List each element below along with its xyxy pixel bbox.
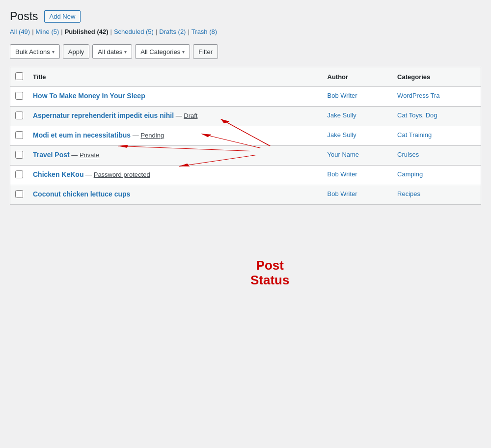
post-author-cell: Jake Sully bbox=[323, 126, 393, 146]
post-status-badge: Password protected bbox=[94, 171, 150, 178]
author-link[interactable]: Your Name bbox=[327, 151, 359, 158]
post-category-cell: Recipes bbox=[392, 185, 481, 205]
author-link[interactable]: Jake Sully bbox=[327, 112, 356, 119]
table-row: Aspernatur reprehenderit impedit eius ni… bbox=[10, 107, 481, 126]
row-checkbox-cell bbox=[10, 146, 28, 166]
bulk-actions-dropdown[interactable]: Bulk Actions ▾ bbox=[10, 44, 60, 59]
apply-button[interactable]: Apply bbox=[63, 44, 90, 59]
row-checkbox-cell bbox=[10, 87, 28, 107]
post-title-link[interactable]: Modi et eum in necessitatibus bbox=[33, 131, 131, 139]
row-checkbox-cell bbox=[10, 166, 28, 185]
post-author-cell: Bob Writer bbox=[323, 185, 393, 205]
category-link[interactable]: WordPress Tra bbox=[397, 92, 439, 99]
row-checkbox-cell bbox=[10, 185, 28, 205]
row-checkbox[interactable] bbox=[15, 190, 23, 198]
category-link[interactable]: Recipes bbox=[397, 190, 420, 197]
post-category-cell: Cat Training bbox=[392, 126, 481, 146]
posts-table: Title Author Categories How To Make Mone… bbox=[10, 67, 481, 205]
add-new-button[interactable]: Add New bbox=[44, 10, 81, 23]
categories-column-header: Categories bbox=[392, 67, 481, 87]
page-title: Posts bbox=[10, 10, 38, 23]
categories-chevron-icon: ▾ bbox=[182, 49, 185, 55]
post-title-link[interactable]: Aspernatur reprehenderit impedit eius ni… bbox=[33, 112, 174, 119]
filter-scheduled[interactable]: Scheduled (5) bbox=[114, 28, 154, 35]
post-category-cell: WordPress Tra bbox=[392, 87, 481, 107]
category-link[interactable]: Cruises bbox=[397, 151, 419, 158]
row-checkbox-cell bbox=[10, 126, 28, 146]
table-row: Travel Post — Private Your Name Cruises bbox=[10, 146, 481, 166]
author-link[interactable]: Bob Writer bbox=[327, 92, 357, 99]
author-link[interactable]: Bob Writer bbox=[327, 190, 357, 197]
row-checkbox[interactable] bbox=[15, 112, 23, 119]
select-all-column bbox=[10, 67, 28, 87]
post-status-badge: Pending bbox=[140, 132, 164, 139]
category-link[interactable]: Cat Toys, Dog bbox=[397, 112, 437, 119]
post-status-badge: Private bbox=[80, 151, 99, 159]
post-title-link[interactable]: Travel Post bbox=[33, 151, 70, 159]
filter-all[interactable]: All (49) bbox=[10, 28, 30, 35]
post-title-link[interactable]: How To Make Money In Your Sleep bbox=[33, 92, 145, 100]
post-author-cell: Your Name bbox=[323, 146, 393, 166]
table-row: Coconut chicken lettuce cups Bob Writer … bbox=[10, 185, 481, 205]
post-title-cell: Chicken KeKou — Password protected bbox=[28, 166, 323, 185]
post-status-badge: Draft bbox=[184, 112, 197, 119]
row-checkbox-cell bbox=[10, 107, 28, 126]
dates-chevron-icon: ▾ bbox=[124, 49, 127, 55]
categories-dropdown[interactable]: All Categories ▾ bbox=[135, 44, 190, 59]
post-title-link[interactable]: Chicken KeKou bbox=[33, 170, 83, 178]
select-all-checkbox[interactable] bbox=[15, 72, 23, 80]
filter-button[interactable]: Filter bbox=[193, 44, 218, 59]
annotation-post-status-label: Post Status bbox=[250, 258, 289, 288]
table-toolbar: Bulk Actions ▾ Apply All dates ▾ All Cat… bbox=[10, 40, 481, 63]
post-title-link[interactable]: Coconut chicken lettuce cups bbox=[33, 190, 130, 198]
status-filter-nav: All (49) | Mine (5) | Published (42) | S… bbox=[10, 28, 481, 35]
filter-trash[interactable]: Trash (8) bbox=[191, 28, 217, 35]
filter-drafts[interactable]: Drafts (2) bbox=[159, 28, 186, 35]
post-title-cell: How To Make Money In Your Sleep bbox=[28, 87, 323, 107]
author-column-header: Author bbox=[323, 67, 393, 87]
bulk-actions-chevron-icon: ▾ bbox=[52, 49, 55, 55]
table-row: Chicken KeKou — Password protected Bob W… bbox=[10, 166, 481, 185]
dates-dropdown[interactable]: All dates ▾ bbox=[92, 44, 132, 59]
row-checkbox[interactable] bbox=[15, 131, 23, 139]
posts-table-wrapper: Title Author Categories How To Make Mone… bbox=[10, 67, 481, 205]
post-title-cell: Coconut chicken lettuce cups bbox=[28, 185, 323, 205]
row-checkbox[interactable] bbox=[15, 170, 23, 178]
post-author-cell: Jake Sully bbox=[323, 107, 393, 126]
post-category-cell: Cruises bbox=[392, 146, 481, 166]
filter-mine[interactable]: Mine (5) bbox=[36, 28, 59, 35]
category-link[interactable]: Camping bbox=[397, 170, 423, 178]
row-checkbox[interactable] bbox=[15, 92, 23, 100]
post-category-cell: Cat Toys, Dog bbox=[392, 107, 481, 126]
title-column-header: Title bbox=[28, 67, 323, 87]
table-row: How To Make Money In Your Sleep Bob Writ… bbox=[10, 87, 481, 107]
post-category-cell: Camping bbox=[392, 166, 481, 185]
post-author-cell: Bob Writer bbox=[323, 87, 393, 107]
author-link[interactable]: Bob Writer bbox=[327, 170, 357, 178]
row-checkbox[interactable] bbox=[15, 151, 23, 159]
filter-published-active: Published (42) bbox=[65, 28, 109, 35]
post-title-cell: Travel Post — Private bbox=[28, 146, 323, 166]
post-title-cell: Modi et eum in necessitatibus — Pending bbox=[28, 126, 323, 146]
author-link[interactable]: Jake Sully bbox=[327, 131, 356, 139]
category-link[interactable]: Cat Training bbox=[397, 131, 432, 139]
post-title-cell: Aspernatur reprehenderit impedit eius ni… bbox=[28, 107, 323, 126]
post-author-cell: Bob Writer bbox=[323, 166, 393, 185]
table-row: Modi et eum in necessitatibus — Pending … bbox=[10, 126, 481, 146]
